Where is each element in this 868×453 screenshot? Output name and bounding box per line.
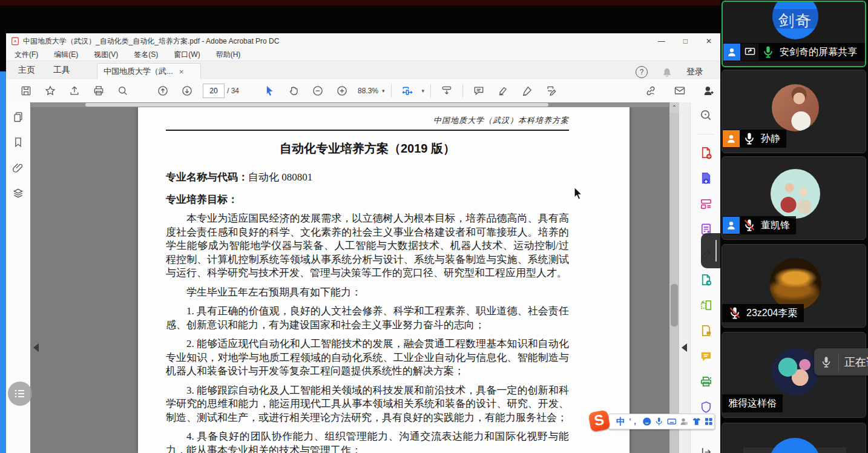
zoom-in-icon[interactable] [336, 85, 348, 97]
participant-name: 董凯锋 [761, 219, 790, 232]
hand-tool-icon[interactable] [288, 85, 300, 97]
fit-caret-icon[interactable]: ▾ [422, 88, 425, 94]
speaking-indicator-overlay: 正在讲 [814, 348, 868, 375]
request-signature-icon[interactable] [699, 324, 713, 338]
major-code-line: 专业名称与代码：自动化 080801 [166, 170, 569, 184]
layers-icon[interactable] [12, 187, 24, 199]
sogou-logo-icon[interactable]: S [588, 409, 610, 432]
participant-name: 23z204李栗 [746, 307, 798, 320]
page-total: / 34 [227, 87, 239, 95]
horizontal-scroll-thumb[interactable] [85, 103, 548, 107]
help-icon[interactable]: ? [636, 66, 648, 78]
expand-panel-icon[interactable] [699, 445, 713, 453]
zoom-caret-icon[interactable]: ▾ [382, 88, 385, 94]
speaking-mic-button[interactable] [814, 348, 838, 375]
horizontal-scrollbar[interactable] [31, 102, 669, 107]
ime-mode-chinese[interactable]: 中 [616, 416, 625, 428]
scan-print-icon[interactable] [699, 375, 713, 389]
soft-keyboard-icon[interactable] [666, 416, 677, 427]
add-person-icon[interactable] [703, 85, 715, 97]
page-thumbnails-icon[interactable] [12, 111, 24, 123]
zoom-out-icon[interactable] [312, 85, 324, 97]
mouse-cursor [574, 187, 586, 202]
export-pdf-icon[interactable] [699, 171, 713, 185]
vertical-scrollbar[interactable]: ⌃ [669, 102, 679, 453]
comment-bubble-icon[interactable] [699, 349, 713, 363]
menu-window[interactable]: 窗口(W) [174, 50, 200, 60]
bookmarks-icon[interactable] [12, 136, 24, 148]
ime-toolbox-icon[interactable] [703, 416, 714, 427]
ime-profile-icon[interactable] [679, 416, 689, 427]
previous-page-arrow[interactable] [33, 343, 39, 352]
sidebar-collapse-handle[interactable] [701, 233, 720, 268]
ime-toolbar[interactable]: S 中 ’， [608, 414, 715, 429]
document-area[interactable]: 中国地质大学（武汉）本科培养方案 自动化专业培养方案（2019 版） 专业名称与… [30, 102, 669, 453]
participant-tile[interactable]: 董凯锋 [722, 156, 866, 240]
next-page-arrow[interactable] [682, 343, 687, 352]
menu-view[interactable]: 视图(V) [94, 50, 118, 60]
presentation-icon[interactable] [441, 85, 453, 97]
meeting-participants-panel: 剑奇 安剑奇的屏幕共享 [720, 0, 868, 453]
menu-file[interactable]: 文件(F) [15, 50, 38, 60]
close-button[interactable]: ✕ [706, 37, 712, 45]
next-page-icon[interactable] [181, 85, 193, 97]
fill-sign-icon[interactable] [545, 85, 557, 97]
fit-width-icon[interactable] [401, 85, 413, 97]
role-badge-icon [723, 217, 740, 234]
search-icon[interactable] [117, 85, 129, 97]
comment-icon[interactable] [473, 85, 485, 97]
maximize-button[interactable]: □ [683, 37, 688, 45]
handle-grip [715, 240, 717, 262]
print-icon[interactable] [93, 85, 105, 97]
tab-home[interactable]: 主页 [12, 61, 41, 79]
edit-pdf-icon[interactable] [699, 197, 713, 211]
title-bar: A 中国地质大学（武汉）_自动化类_自动化_培养方案.pdf - Adobe A… [6, 33, 720, 49]
speaking-label: 正在讲 [844, 355, 868, 369]
star-icon[interactable] [44, 85, 56, 97]
pdf-page: 中国地质大学（武汉）本科培养方案 自动化专业培养方案（2019 版） 专业名称与… [138, 107, 630, 453]
create-pdf-icon[interactable] [699, 146, 713, 160]
share-upload-icon[interactable] [68, 85, 81, 97]
tab-tools[interactable]: 工具 [47, 61, 76, 79]
highlighter-icon[interactable] [497, 85, 509, 97]
participant-tile-sharer[interactable]: 剑奇 安剑奇的屏幕共享 [722, 1, 866, 67]
voice-input-icon[interactable] [654, 416, 665, 427]
emoji-icon[interactable] [642, 416, 653, 427]
ime-skin-icon[interactable] [691, 416, 702, 427]
participant-tile-partial[interactable] [722, 423, 866, 453]
paragraph-2: 学生毕业五年左右预期具有如下能力： [166, 286, 569, 300]
protect-shield-icon[interactable] [699, 400, 713, 414]
select-tool-icon[interactable] [263, 85, 275, 97]
menu-help[interactable]: 帮助(H) [216, 50, 241, 60]
login-button[interactable]: 登录 [686, 67, 703, 78]
paragraph-1: 本专业为适应国民经济的发展需求，以立德树人为根本目标，培养品德高尚、具有高度社会… [166, 212, 569, 280]
save-icon[interactable] [20, 85, 32, 97]
attachments-icon[interactable] [12, 162, 24, 174]
tools-panel [690, 102, 721, 453]
tab-document[interactable]: 中国地质大学（武... × [97, 63, 201, 79]
sign-pen-icon[interactable] [521, 85, 533, 97]
bell-icon[interactable] [661, 66, 673, 78]
previous-page-icon[interactable] [157, 85, 169, 97]
page-number-input[interactable] [203, 84, 225, 98]
annotation-list-button[interactable] [8, 382, 32, 406]
send-file-icon[interactable] [699, 273, 713, 287]
participant-tile[interactable]: 孙静 [722, 70, 866, 153]
mic-icon [820, 355, 833, 369]
role-badge-icon [723, 130, 740, 147]
mic-on-icon [742, 131, 757, 146]
search-tool-icon[interactable] [699, 108, 713, 122]
zoom-level[interactable]: 88.3% [358, 87, 378, 95]
ime-punctuation-icon[interactable]: ’， [629, 416, 639, 427]
email-icon[interactable] [674, 85, 686, 97]
tab-close-icon[interactable]: × [179, 67, 184, 76]
menu-edit[interactable]: 编辑(E) [54, 50, 78, 60]
vertical-scroll-thumb[interactable] [671, 284, 678, 326]
participant-tile[interactable]: 23z204李栗 [722, 244, 866, 328]
document-title: 自动化专业培养方案（2019 版） [166, 141, 569, 157]
menu-sign[interactable]: 签名(S) [134, 50, 158, 60]
link-icon[interactable] [645, 85, 657, 97]
organize-pages-icon[interactable] [699, 299, 713, 312]
scroll-up-icon[interactable]: ⌃ [669, 102, 679, 113]
minimize-button[interactable]: — [658, 37, 665, 45]
